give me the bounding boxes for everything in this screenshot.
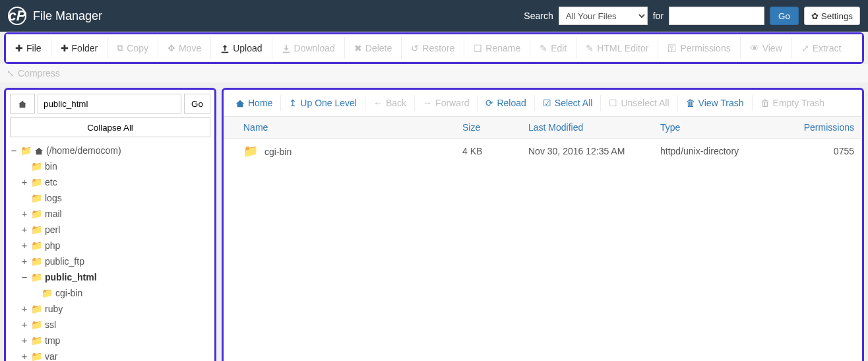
view-button[interactable]: 👁View — [741, 37, 792, 59]
search-go-button[interactable]: Go — [770, 7, 799, 25]
copy-button[interactable]: ⧉Copy — [108, 37, 158, 59]
tree-item-var[interactable]: +📁var — [20, 348, 210, 361]
nav-up[interactable]: ↥Up One Level — [281, 95, 365, 111]
folder-icon: 📁 — [31, 175, 42, 189]
table-row[interactable]: 📁cgi-bin4 KBNov 30, 2016 12:35 AMhttpd/u… — [224, 139, 862, 164]
nav-home[interactable]: Home — [228, 95, 281, 111]
tree-toggle[interactable]: + — [20, 317, 28, 332]
upload-button[interactable]: Upload — [211, 37, 272, 59]
nav-unselect-all[interactable]: ☐Unselect All — [601, 95, 677, 111]
download-icon — [282, 42, 291, 53]
path-go-button[interactable]: Go — [184, 94, 210, 114]
nav-empty-trash[interactable]: 🗑Empty Trash — [753, 95, 833, 111]
row-modified: Nov 30, 2016 12:35 AM — [528, 146, 660, 156]
tree-label: ruby — [45, 302, 63, 316]
arrow-right-icon: → — [423, 98, 432, 108]
tree-toggle[interactable]: + — [20, 238, 28, 253]
folder-icon: 📁 — [31, 191, 42, 205]
home-icon — [34, 143, 44, 158]
nav-bar: Home ↥Up One Level ←Back →Forward ⟳Reloa… — [224, 90, 862, 117]
restore-button[interactable]: ↺Restore — [402, 37, 464, 59]
tree-toggle[interactable]: + — [20, 175, 28, 189]
row-size: 4 KB — [462, 146, 528, 156]
col-name[interactable]: Name — [232, 122, 462, 133]
edit-button[interactable]: ✎Edit — [530, 37, 576, 59]
tree-item-ruby[interactable]: +📁ruby — [20, 301, 210, 317]
nav-select-all[interactable]: ☑Select All — [535, 95, 602, 111]
folder-icon: 📁 — [31, 159, 42, 174]
tree-item-logs[interactable]: 📁logs — [20, 190, 210, 206]
col-permissions[interactable]: Permissions — [779, 122, 854, 133]
gear-icon: ✿ — [811, 11, 819, 21]
rename-button[interactable]: ❏Rename — [464, 37, 530, 59]
row-name: cgi-bin — [264, 147, 292, 157]
cpanel-logo-icon: cP — [8, 7, 26, 25]
arrow-left-icon: ← — [373, 98, 383, 108]
copy-icon: ⧉ — [117, 42, 123, 53]
nav-view-trash[interactable]: 🗑View Trash — [678, 95, 753, 111]
tree-item-tmp[interactable]: +📁tmp — [20, 333, 210, 348]
tree-toggle[interactable]: + — [20, 254, 28, 269]
trash-icon: 🗑 — [686, 98, 695, 108]
tree-item-cgi-bin[interactable]: 📁cgi-bin — [31, 285, 210, 301]
tree-item-ssl[interactable]: +📁ssl — [20, 317, 210, 333]
tree-item-public_ftp[interactable]: +📁public_ftp — [20, 253, 210, 269]
folder-icon: 📁 — [20, 143, 32, 158]
main-area: Go Collapse All − 📁 (/home/democom) 📁bin… — [0, 82, 868, 361]
check-icon: ☑ — [543, 98, 551, 108]
nav-forward[interactable]: →Forward — [415, 95, 478, 111]
tree-toggle[interactable]: + — [20, 207, 28, 221]
folder-button[interactable]: ✚Folder — [51, 37, 108, 59]
tree-toggle[interactable]: − — [20, 270, 28, 284]
tree-label: var — [45, 349, 57, 361]
sidebar: Go Collapse All − 📁 (/home/democom) 📁bin… — [4, 88, 216, 361]
download-button[interactable]: Download — [272, 37, 345, 59]
nav-back[interactable]: ←Back — [365, 95, 415, 111]
tree-label: bin — [45, 159, 57, 174]
tree-item-public_html[interactable]: −📁public_html — [20, 269, 210, 285]
compress-icon: ⤡ — [7, 68, 15, 79]
search-scope-select[interactable]: All Your Files — [559, 7, 648, 25]
tree-item-bin[interactable]: 📁bin — [20, 158, 210, 174]
rename-icon: ❏ — [474, 43, 482, 53]
html-editor-button[interactable]: ✎HTML Editor — [576, 37, 658, 59]
tree-label: public_ftp — [45, 254, 84, 269]
tree-label: mail — [45, 207, 62, 221]
file-button[interactable]: ✚File — [6, 37, 51, 59]
tree-toggle[interactable]: + — [20, 302, 28, 316]
tree-toggle[interactable]: + — [20, 222, 28, 237]
settings-button[interactable]: ✿ Settings — [804, 7, 860, 25]
extract-button[interactable]: ⤢Extract — [792, 37, 851, 59]
col-modified[interactable]: Last Modified — [528, 122, 660, 133]
trash-icon: 🗑 — [760, 98, 770, 108]
col-type[interactable]: Type — [660, 122, 779, 133]
tree-item-etc[interactable]: +📁etc — [20, 174, 210, 190]
folder-icon: 📁 — [31, 238, 42, 253]
upload-icon — [220, 42, 230, 53]
path-input[interactable] — [38, 94, 181, 114]
delete-button[interactable]: ✖Delete — [345, 37, 402, 59]
tree-toggle[interactable]: + — [20, 333, 28, 348]
tree-item-php[interactable]: +📁php — [20, 238, 210, 253]
nav-reload[interactable]: ⟳Reload — [478, 95, 534, 111]
uncheck-icon: ☐ — [609, 98, 617, 108]
up-icon: ↥ — [289, 98, 297, 108]
tree-label: cgi-bin — [55, 286, 82, 300]
tree-item-mail[interactable]: +📁mail — [20, 206, 210, 222]
file-list-panel: Home ↥Up One Level ←Back →Forward ⟳Reloa… — [222, 88, 864, 361]
key-icon: ⚿ — [667, 43, 677, 53]
extract-icon: ⤢ — [801, 43, 809, 53]
collapse-all-button[interactable]: Collapse All — [10, 117, 210, 137]
tree-toggle[interactable]: + — [20, 349, 28, 361]
home-path-button[interactable] — [10, 94, 35, 114]
move-button[interactable]: ✥Move — [158, 37, 211, 59]
tree-root[interactable]: − 📁 (/home/democom) — [10, 143, 210, 158]
tree-item-perl[interactable]: +📁perl — [20, 222, 210, 238]
folder-icon: 📁 — [243, 145, 258, 158]
folder-icon: 📁 — [31, 333, 42, 348]
col-size[interactable]: Size — [462, 122, 528, 133]
search-input[interactable] — [669, 7, 764, 25]
tree-label: logs — [45, 191, 62, 205]
compress-button[interactable]: ⤡Compress — [0, 64, 868, 82]
permissions-button[interactable]: ⚿Permissions — [658, 37, 740, 59]
